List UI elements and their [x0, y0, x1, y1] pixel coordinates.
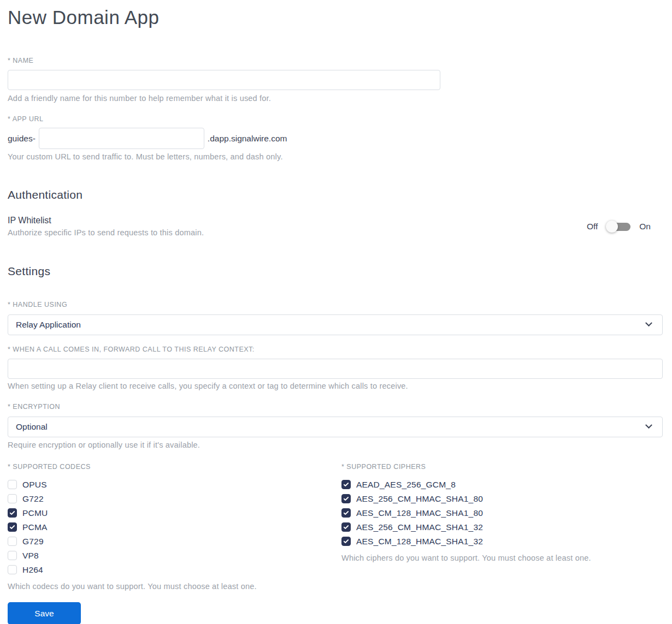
supported-ciphers-group: * SUPPORTED CIPHERS AEAD_AES_256_GCM_8 A…	[341, 463, 663, 591]
app-url-suffix: .dapp.signalwire.com	[208, 134, 287, 144]
cipher-label: AES_256_CM_HMAC_SHA1_32	[356, 522, 483, 532]
cipher-option: AES_CM_128_HMAC_SHA1_80	[341, 506, 663, 520]
cipher-option: AES_CM_128_HMAC_SHA1_32	[341, 534, 663, 549]
codec-option-h264: H264	[8, 563, 341, 577]
app-url-input[interactable]	[39, 128, 204, 149]
cipher-option: AES_256_CM_HMAC_SHA1_80	[341, 492, 663, 506]
ip-whitelist-label: IP Whitelist	[8, 216, 204, 225]
ciphers-helper-text: Which ciphers do you want to support. Yo…	[341, 553, 663, 563]
app-url-label: * APP URL	[8, 115, 663, 123]
ip-whitelist-helper-text: Authorize specific IPs to send requests …	[8, 228, 204, 237]
codec-label: PCMA	[22, 522, 48, 532]
encryption-value: Optional	[16, 422, 48, 432]
relay-context-label: * WHEN A CALL COMES IN, FORWARD CALL TO …	[8, 346, 663, 354]
codecs-helper-text: Which codecs do you want to support. You…	[8, 581, 341, 591]
codec-checkbox-pcmu[interactable]	[8, 508, 17, 518]
ip-whitelist-row: IP Whitelist Authorize specific IPs to s…	[8, 216, 663, 237]
cipher-label: AES_256_CM_HMAC_SHA1_80	[356, 494, 483, 504]
toggle-knob	[606, 221, 618, 233]
handle-using-select[interactable]: Relay Application	[8, 314, 663, 335]
cipher-option: AES_256_CM_HMAC_SHA1_32	[341, 520, 663, 534]
handle-using-label: * HANDLE USING	[8, 301, 663, 309]
chevron-down-icon	[645, 319, 652, 326]
codec-option-vp8: VP8	[8, 549, 341, 563]
codec-label: VP8	[22, 551, 39, 561]
cipher-label: AES_CM_128_HMAC_SHA1_32	[356, 537, 483, 546]
relay-context-input[interactable]	[8, 359, 663, 379]
ciphers-list: AEAD_AES_256_GCM_8 AES_256_CM_HMAC_SHA1_…	[341, 478, 663, 549]
codec-label: G722	[22, 494, 44, 504]
cipher-label: AES_CM_128_HMAC_SHA1_80	[356, 508, 483, 518]
codec-checkbox-g729[interactable]	[8, 537, 17, 546]
codec-checkbox-vp8[interactable]	[8, 551, 17, 560]
name-label: * NAME	[8, 57, 663, 65]
app-url-row: guides- .dapp.signalwire.com	[8, 128, 663, 149]
supported-codecs-label: * SUPPORTED CODECS	[8, 463, 341, 471]
codec-checkbox-g722[interactable]	[8, 494, 17, 503]
codec-label: H264	[22, 565, 43, 575]
new-domain-app-form: New Domain App * NAME Add a friendly nam…	[0, 0, 672, 624]
checkmark-icon	[9, 524, 15, 530]
settings-heading: Settings	[8, 265, 663, 278]
ip-whitelist-toggle-group: Off On	[587, 220, 663, 233]
chevron-down-icon	[645, 422, 652, 429]
cipher-checkbox-aead-aes-256-gcm-8[interactable]	[341, 480, 351, 489]
codec-option-g722: G722	[8, 492, 341, 506]
codec-checkbox-h264[interactable]	[8, 565, 17, 574]
codec-option-pcmu: PCMU	[8, 506, 341, 520]
codec-checkbox-opus[interactable]	[8, 480, 17, 489]
supported-ciphers-label: * SUPPORTED CIPHERS	[341, 463, 663, 471]
codec-label: PCMU	[22, 508, 48, 518]
handle-using-value: Relay Application	[16, 320, 81, 330]
name-helper-text: Add a friendly name for this number to h…	[8, 93, 663, 103]
authentication-heading: Authentication	[8, 188, 663, 201]
checkmark-icon	[343, 510, 349, 516]
relay-context-helper-text: When setting up a Relay client to receiv…	[8, 381, 663, 391]
supported-codecs-group: * SUPPORTED CODECS OPUS G722 PCMU PCMA	[8, 463, 341, 591]
app-url-prefix: guides-	[8, 134, 36, 144]
encryption-label: * ENCRYPTION	[8, 403, 663, 411]
checkmark-icon	[343, 538, 349, 544]
encryption-helper-text: Require encryption or optionally use it …	[8, 440, 663, 450]
checkmark-icon	[9, 510, 15, 516]
codec-label: G729	[22, 537, 44, 546]
cipher-checkbox-aes-cm-128-hmac-sha1-80[interactable]	[341, 508, 351, 518]
codec-option-g729: G729	[8, 534, 341, 549]
toggle-off-label: Off	[587, 222, 598, 231]
codec-label: OPUS	[22, 480, 47, 490]
cipher-label: AEAD_AES_256_GCM_8	[356, 480, 456, 490]
checkmark-icon	[343, 496, 349, 502]
ip-whitelist-toggle[interactable]	[606, 220, 631, 233]
codecs-ciphers-row: * SUPPORTED CODECS OPUS G722 PCMU PCMA	[8, 463, 663, 591]
checkmark-icon	[343, 482, 349, 488]
codec-option-opus: OPUS	[8, 478, 341, 492]
app-url-helper-text: Your custom URL to send traffic to. Must…	[8, 152, 663, 162]
toggle-on-label: On	[639, 222, 651, 231]
cipher-checkbox-aes-256-cm-hmac-sha1-32[interactable]	[341, 522, 351, 532]
checkmark-icon	[343, 524, 349, 530]
encryption-select[interactable]: Optional	[8, 417, 663, 437]
cipher-option: AEAD_AES_256_GCM_8	[341, 478, 663, 492]
name-input[interactable]	[8, 70, 440, 90]
codecs-list: OPUS G722 PCMU PCMA G729	[8, 478, 341, 577]
ip-whitelist-text-block: IP Whitelist Authorize specific IPs to s…	[8, 216, 204, 237]
page-title: New Domain App	[8, 7, 663, 28]
cipher-checkbox-aes-256-cm-hmac-sha1-80[interactable]	[341, 494, 351, 503]
cipher-checkbox-aes-cm-128-hmac-sha1-32[interactable]	[341, 537, 351, 546]
save-button[interactable]: Save	[8, 602, 81, 624]
codec-option-pcma: PCMA	[8, 520, 341, 534]
codec-checkbox-pcma[interactable]	[8, 522, 17, 532]
